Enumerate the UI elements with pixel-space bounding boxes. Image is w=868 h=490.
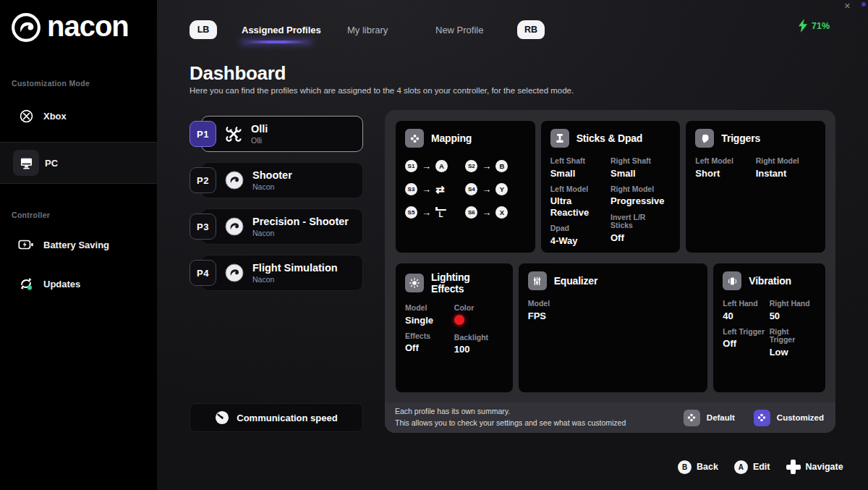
profile-slot-p3[interactable]: Precision - Shooter Nacon P3	[190, 206, 363, 246]
sidebar-item-battery-saving[interactable]: Battery Saving	[0, 229, 157, 261]
profile-slots: Olli Olli P1 Shooter Nacon P2	[190, 113, 363, 298]
battery-saving-icon	[12, 239, 41, 250]
color-swatch	[454, 315, 464, 325]
slot-key-badge: S2	[465, 160, 477, 172]
field-label: Right Shaft	[610, 157, 668, 166]
lighting-effects-card: Lighting Effects ModelSingle EffectsOff …	[396, 263, 513, 392]
mapping-pair: S3 → ⇄	[405, 183, 465, 195]
field-label: Right Trigger	[770, 328, 813, 345]
triggers-card: Triggers Left ModelShort Right ModelInst…	[686, 121, 825, 253]
field-value: 50	[770, 311, 813, 321]
profile-slot-p2[interactable]: Shooter Nacon P2	[190, 159, 363, 200]
trigger-icon	[695, 129, 714, 148]
communication-speed-label: Communication speed	[237, 413, 337, 423]
field-label: Model	[528, 300, 610, 308]
profile-slot-p4[interactable]: Flight Simulation Nacon P4	[190, 252, 363, 292]
field-value: Progressive	[610, 195, 668, 206]
legend-customized: Customized	[754, 410, 824, 426]
slot-key-badge: S4	[465, 183, 477, 195]
tab-assigned-profiles[interactable]: Assigned Profiles	[242, 25, 321, 35]
sticks-dpad-card: Sticks & Dpad Left ShaftSmall Left Model…	[541, 121, 681, 253]
mapping-pair: S1 → A	[405, 160, 465, 172]
field-value: 40	[723, 311, 766, 321]
battery-percentage: 71%	[812, 21, 830, 31]
sidebar-item-xbox[interactable]: Xbox	[0, 100, 157, 132]
card-title: Vibration	[749, 275, 791, 287]
back-label: Back	[697, 462, 718, 472]
tab-my-library[interactable]: My library	[347, 25, 388, 35]
mapping-pair: S5 → L	[405, 206, 465, 219]
arrow-right-icon: →	[482, 184, 491, 195]
vibration-card: Vibration Left Hand40 Left TriggerOff Ri…	[713, 263, 825, 392]
mapping-pair: S6 → X	[465, 206, 525, 219]
field-value: Off	[723, 338, 766, 349]
field-value: Low	[770, 347, 813, 358]
lb-bumper-icon[interactable]: LB	[190, 20, 217, 39]
field-label: Dpad	[550, 224, 608, 233]
profile-author: Nacon	[252, 182, 292, 191]
navigate-label: Navigate	[806, 462, 843, 472]
close-icon[interactable]: ✕	[844, 1, 851, 11]
sidebar-item-updates[interactable]: Updates	[0, 268, 157, 300]
profile-name: Flight Simulation	[252, 262, 338, 274]
field-label: Left Model	[695, 157, 752, 166]
b-button-icon: B	[678, 460, 692, 474]
field-value: FPS	[528, 311, 610, 321]
slot-key-badge: S5	[405, 206, 417, 219]
vibration-icon	[723, 271, 741, 290]
summary-footnote: Each profile has its own summary. This a…	[385, 402, 835, 433]
field-value: Ultra Reactive	[550, 195, 608, 218]
mapping-pair: S4 → Y	[465, 183, 525, 195]
sun-icon	[405, 274, 424, 292]
tab-new-profile[interactable]: New Profile	[435, 25, 483, 35]
legend-customized-label: Customized	[777, 413, 824, 422]
back-hint[interactable]: B Back	[678, 460, 718, 474]
slot-badge-p2: P2	[190, 167, 216, 193]
nacon-profile-icon	[225, 217, 244, 236]
edit-hint[interactable]: A Edit	[734, 460, 770, 474]
profile-name: Precision - Shooter	[252, 216, 349, 228]
page-title: Dashboard	[190, 62, 286, 85]
slot-key-badge: S1	[405, 160, 417, 172]
field-label: Color	[454, 304, 501, 313]
dpad-plus-icon	[786, 460, 801, 474]
nacon-logo: nacon	[10, 12, 129, 43]
card-title: Triggers	[721, 132, 760, 144]
speedometer-icon	[215, 410, 229, 425]
sidebar-item-pc[interactable]: PC	[0, 142, 157, 184]
controller-section-label: Controller	[12, 211, 50, 219]
card-title: Equalizer	[554, 275, 597, 287]
field-value: Off	[610, 232, 668, 243]
controller-hints: B Back A Edit Navigate	[678, 460, 843, 474]
field-label: Effects	[405, 332, 451, 341]
button-y-badge: Y	[495, 183, 508, 195]
legend-default-label: Default	[707, 413, 735, 422]
left-trigger-icon: L	[435, 207, 446, 219]
field-value: 4-Way	[550, 235, 608, 246]
nacon-profile-icon	[225, 263, 244, 282]
button-b-badge: B	[495, 160, 508, 172]
xbox-icon	[12, 109, 41, 123]
button-x-badge: X	[495, 206, 508, 219]
joystick-icon	[550, 129, 569, 148]
summary-panel: Mapping S1 → A S2 → B	[385, 110, 835, 433]
rb-bumper-icon[interactable]: RB	[517, 20, 545, 39]
sidebar-item-label: Updates	[43, 279, 80, 290]
navigate-hint[interactable]: Navigate	[786, 460, 843, 474]
arrow-right-icon: →	[422, 207, 431, 218]
field-label: Backlight	[454, 334, 501, 342]
slot-badge-p1: P1	[190, 121, 216, 147]
swap-sticks-icon: ⇄	[435, 184, 445, 195]
profile-author: Nacon	[252, 229, 349, 237]
button-a-badge: A	[435, 160, 448, 172]
arrow-right-icon: →	[422, 161, 431, 172]
profile-slot-p1[interactable]: Olli Olli P1	[190, 113, 363, 153]
customization-mode-label: Customization Mode	[12, 79, 90, 88]
slot-badge-p3: P3	[190, 214, 216, 240]
sliders-icon	[528, 271, 547, 290]
field-label: Left Hand	[723, 300, 766, 308]
legend-default: Default	[684, 410, 735, 426]
communication-speed-button[interactable]: Communication speed	[190, 403, 363, 432]
sidebar-item-label: Battery Saving	[43, 240, 109, 250]
sidebar-item-label: PC	[45, 158, 58, 169]
